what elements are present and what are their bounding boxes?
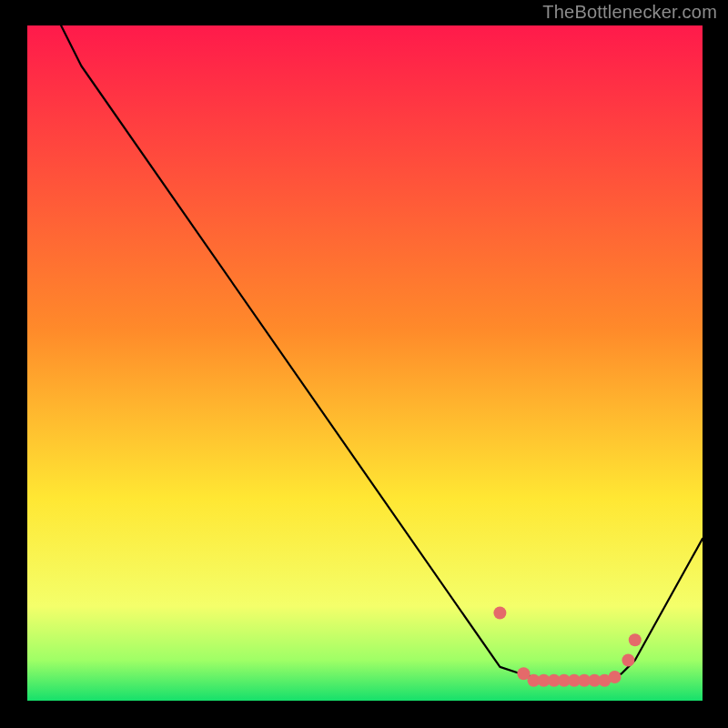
curve-marker — [622, 654, 634, 667]
bottleneck-chart — [0, 0, 728, 728]
plot-background — [27, 25, 703, 701]
curve-marker — [609, 671, 622, 683]
curve-marker — [493, 607, 506, 620]
attribution-text: TheBottlenecker.com — [542, 2, 717, 23]
chart-container: TheBottlenecker.com — [0, 0, 728, 728]
curve-marker — [629, 633, 642, 646]
